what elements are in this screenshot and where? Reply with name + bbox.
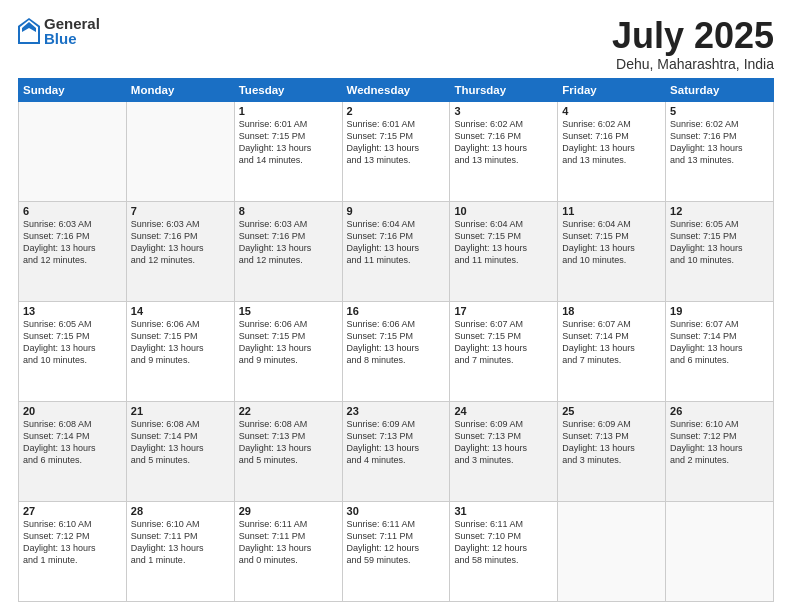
day-number: 22 bbox=[239, 405, 338, 417]
day-number: 27 bbox=[23, 505, 122, 517]
day-info: Sunrise: 6:03 AM Sunset: 7:16 PM Dayligh… bbox=[131, 218, 230, 267]
day-number: 12 bbox=[670, 205, 769, 217]
day-number: 28 bbox=[131, 505, 230, 517]
calendar-cell: 1Sunrise: 6:01 AM Sunset: 7:15 PM Daylig… bbox=[234, 101, 342, 201]
day-number: 26 bbox=[670, 405, 769, 417]
day-info: Sunrise: 6:02 AM Sunset: 7:16 PM Dayligh… bbox=[562, 118, 661, 167]
day-info: Sunrise: 6:11 AM Sunset: 7:11 PM Dayligh… bbox=[347, 518, 446, 567]
calendar-cell: 22Sunrise: 6:08 AM Sunset: 7:13 PM Dayli… bbox=[234, 401, 342, 501]
day-info: Sunrise: 6:04 AM Sunset: 7:15 PM Dayligh… bbox=[562, 218, 661, 267]
calendar-week-row: 13Sunrise: 6:05 AM Sunset: 7:15 PM Dayli… bbox=[19, 301, 774, 401]
month-title: July 2025 bbox=[612, 16, 774, 56]
day-number: 5 bbox=[670, 105, 769, 117]
day-info: Sunrise: 6:04 AM Sunset: 7:15 PM Dayligh… bbox=[454, 218, 553, 267]
day-info: Sunrise: 6:01 AM Sunset: 7:15 PM Dayligh… bbox=[347, 118, 446, 167]
calendar-cell: 11Sunrise: 6:04 AM Sunset: 7:15 PM Dayli… bbox=[558, 201, 666, 301]
calendar-cell: 20Sunrise: 6:08 AM Sunset: 7:14 PM Dayli… bbox=[19, 401, 127, 501]
calendar-cell: 21Sunrise: 6:08 AM Sunset: 7:14 PM Dayli… bbox=[126, 401, 234, 501]
day-number: 17 bbox=[454, 305, 553, 317]
calendar-cell bbox=[126, 101, 234, 201]
calendar-cell: 7Sunrise: 6:03 AM Sunset: 7:16 PM Daylig… bbox=[126, 201, 234, 301]
location: Dehu, Maharashtra, India bbox=[612, 56, 774, 72]
day-number: 13 bbox=[23, 305, 122, 317]
day-number: 30 bbox=[347, 505, 446, 517]
day-number: 3 bbox=[454, 105, 553, 117]
day-info: Sunrise: 6:07 AM Sunset: 7:14 PM Dayligh… bbox=[670, 318, 769, 367]
calendar-week-row: 6Sunrise: 6:03 AM Sunset: 7:16 PM Daylig… bbox=[19, 201, 774, 301]
calendar-cell: 23Sunrise: 6:09 AM Sunset: 7:13 PM Dayli… bbox=[342, 401, 450, 501]
day-number: 23 bbox=[347, 405, 446, 417]
day-number: 11 bbox=[562, 205, 661, 217]
logo: General Blue bbox=[18, 16, 100, 46]
calendar-cell: 27Sunrise: 6:10 AM Sunset: 7:12 PM Dayli… bbox=[19, 501, 127, 601]
calendar-cell: 26Sunrise: 6:10 AM Sunset: 7:12 PM Dayli… bbox=[666, 401, 774, 501]
day-header-sunday: Sunday bbox=[19, 78, 127, 101]
day-info: Sunrise: 6:11 AM Sunset: 7:10 PM Dayligh… bbox=[454, 518, 553, 567]
day-number: 4 bbox=[562, 105, 661, 117]
day-header-thursday: Thursday bbox=[450, 78, 558, 101]
day-header-wednesday: Wednesday bbox=[342, 78, 450, 101]
calendar-cell: 18Sunrise: 6:07 AM Sunset: 7:14 PM Dayli… bbox=[558, 301, 666, 401]
calendar-cell bbox=[19, 101, 127, 201]
calendar-week-row: 20Sunrise: 6:08 AM Sunset: 7:14 PM Dayli… bbox=[19, 401, 774, 501]
logo-text: General Blue bbox=[44, 16, 100, 46]
day-info: Sunrise: 6:08 AM Sunset: 7:14 PM Dayligh… bbox=[131, 418, 230, 467]
day-header-saturday: Saturday bbox=[666, 78, 774, 101]
calendar-cell: 2Sunrise: 6:01 AM Sunset: 7:15 PM Daylig… bbox=[342, 101, 450, 201]
logo-icon bbox=[18, 18, 40, 44]
calendar-cell: 4Sunrise: 6:02 AM Sunset: 7:16 PM Daylig… bbox=[558, 101, 666, 201]
calendar-cell bbox=[666, 501, 774, 601]
day-info: Sunrise: 6:02 AM Sunset: 7:16 PM Dayligh… bbox=[670, 118, 769, 167]
calendar-cell: 12Sunrise: 6:05 AM Sunset: 7:15 PM Dayli… bbox=[666, 201, 774, 301]
day-info: Sunrise: 6:08 AM Sunset: 7:14 PM Dayligh… bbox=[23, 418, 122, 467]
day-info: Sunrise: 6:05 AM Sunset: 7:15 PM Dayligh… bbox=[670, 218, 769, 267]
day-number: 25 bbox=[562, 405, 661, 417]
calendar-cell: 13Sunrise: 6:05 AM Sunset: 7:15 PM Dayli… bbox=[19, 301, 127, 401]
day-number: 8 bbox=[239, 205, 338, 217]
day-number: 1 bbox=[239, 105, 338, 117]
calendar-cell: 6Sunrise: 6:03 AM Sunset: 7:16 PM Daylig… bbox=[19, 201, 127, 301]
day-number: 14 bbox=[131, 305, 230, 317]
day-number: 31 bbox=[454, 505, 553, 517]
day-info: Sunrise: 6:09 AM Sunset: 7:13 PM Dayligh… bbox=[562, 418, 661, 467]
day-number: 10 bbox=[454, 205, 553, 217]
day-info: Sunrise: 6:02 AM Sunset: 7:16 PM Dayligh… bbox=[454, 118, 553, 167]
day-info: Sunrise: 6:01 AM Sunset: 7:15 PM Dayligh… bbox=[239, 118, 338, 167]
day-info: Sunrise: 6:07 AM Sunset: 7:15 PM Dayligh… bbox=[454, 318, 553, 367]
day-info: Sunrise: 6:10 AM Sunset: 7:12 PM Dayligh… bbox=[670, 418, 769, 467]
calendar-table: SundayMondayTuesdayWednesdayThursdayFrid… bbox=[18, 78, 774, 602]
day-info: Sunrise: 6:09 AM Sunset: 7:13 PM Dayligh… bbox=[454, 418, 553, 467]
calendar-cell: 17Sunrise: 6:07 AM Sunset: 7:15 PM Dayli… bbox=[450, 301, 558, 401]
day-info: Sunrise: 6:08 AM Sunset: 7:13 PM Dayligh… bbox=[239, 418, 338, 467]
day-info: Sunrise: 6:05 AM Sunset: 7:15 PM Dayligh… bbox=[23, 318, 122, 367]
page: General Blue July 2025 Dehu, Maharashtra… bbox=[0, 0, 792, 612]
day-info: Sunrise: 6:03 AM Sunset: 7:16 PM Dayligh… bbox=[239, 218, 338, 267]
day-number: 18 bbox=[562, 305, 661, 317]
day-number: 16 bbox=[347, 305, 446, 317]
calendar-week-row: 27Sunrise: 6:10 AM Sunset: 7:12 PM Dayli… bbox=[19, 501, 774, 601]
day-info: Sunrise: 6:10 AM Sunset: 7:11 PM Dayligh… bbox=[131, 518, 230, 567]
calendar-cell: 5Sunrise: 6:02 AM Sunset: 7:16 PM Daylig… bbox=[666, 101, 774, 201]
day-header-tuesday: Tuesday bbox=[234, 78, 342, 101]
day-number: 29 bbox=[239, 505, 338, 517]
calendar-cell: 19Sunrise: 6:07 AM Sunset: 7:14 PM Dayli… bbox=[666, 301, 774, 401]
calendar-week-row: 1Sunrise: 6:01 AM Sunset: 7:15 PM Daylig… bbox=[19, 101, 774, 201]
day-number: 7 bbox=[131, 205, 230, 217]
day-number: 24 bbox=[454, 405, 553, 417]
calendar-cell: 31Sunrise: 6:11 AM Sunset: 7:10 PM Dayli… bbox=[450, 501, 558, 601]
day-number: 2 bbox=[347, 105, 446, 117]
day-info: Sunrise: 6:06 AM Sunset: 7:15 PM Dayligh… bbox=[131, 318, 230, 367]
day-header-monday: Monday bbox=[126, 78, 234, 101]
calendar-cell: 8Sunrise: 6:03 AM Sunset: 7:16 PM Daylig… bbox=[234, 201, 342, 301]
calendar-cell: 10Sunrise: 6:04 AM Sunset: 7:15 PM Dayli… bbox=[450, 201, 558, 301]
day-info: Sunrise: 6:11 AM Sunset: 7:11 PM Dayligh… bbox=[239, 518, 338, 567]
calendar-cell bbox=[558, 501, 666, 601]
title-block: July 2025 Dehu, Maharashtra, India bbox=[612, 16, 774, 72]
logo-blue-text: Blue bbox=[44, 31, 100, 46]
logo-general-text: General bbox=[44, 16, 100, 31]
day-number: 6 bbox=[23, 205, 122, 217]
calendar-header-row: SundayMondayTuesdayWednesdayThursdayFrid… bbox=[19, 78, 774, 101]
day-header-friday: Friday bbox=[558, 78, 666, 101]
calendar-cell: 3Sunrise: 6:02 AM Sunset: 7:16 PM Daylig… bbox=[450, 101, 558, 201]
calendar-cell: 29Sunrise: 6:11 AM Sunset: 7:11 PM Dayli… bbox=[234, 501, 342, 601]
